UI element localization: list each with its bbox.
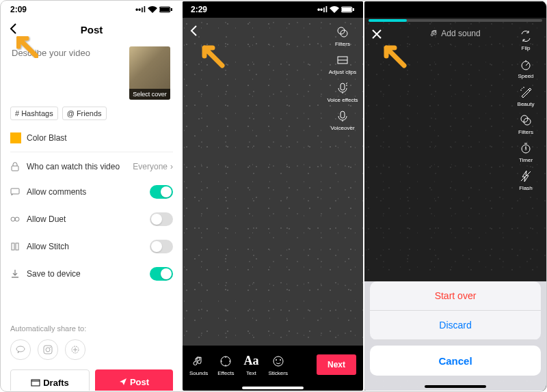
voiceover-tool[interactable]: Voiceover [326,109,359,131]
svg-point-12 [50,347,51,348]
share-more-icon[interactable] [65,339,85,360]
filters-icon [335,25,350,40]
right-tools: Filters Adjust clips Voice effects Voice… [326,25,359,131]
save-row: Save to device [2,260,181,288]
comments-row: Allow comments [2,178,181,206]
drafts-button[interactable]: Drafts [10,369,90,391]
cover-thumbnail[interactable]: Select cover [129,46,170,100]
next-button[interactable]: Next [317,354,356,375]
button-row: Drafts Post [2,363,181,391]
back-button[interactable] [189,25,198,40]
voice-effects-tool[interactable]: Voice effects [326,81,359,103]
share-row [2,337,181,363]
back-button[interactable] [9,23,17,38]
svg-rect-8 [16,243,18,250]
stitch-row: Allow Stitch [2,233,181,260]
hashtags-chip[interactable]: # Hashtags [10,107,58,120]
svg-text:3: 3 [525,147,527,151]
svg-point-5 [11,217,15,221]
effect-row[interactable]: Color Blast [2,127,181,149]
description-area: Select cover [2,41,181,105]
divider [10,152,173,152]
sounds-tool[interactable]: Sounds [189,354,208,376]
post-button[interactable]: Post [95,369,173,391]
stitch-icon [10,242,20,251]
save-label: Save to device [27,269,81,279]
header: Post [2,18,181,41]
sounds-icon [191,354,206,369]
speed-tool[interactable]: Speed [509,57,542,79]
voiceover-icon [335,109,350,124]
svg-point-25 [276,359,277,361]
progress-fill [369,19,407,22]
privacy-label: Who can watch this video [27,162,120,171]
cancel-button[interactable]: Cancel [370,346,541,376]
svg-point-29 [524,118,531,125]
stitch-toggle[interactable] [150,240,173,253]
status-bar: 2:29 ••ıl [183,1,363,18]
close-button[interactable] [371,29,382,43]
privacy-value: Everyone› [133,162,173,171]
svg-point-28 [521,115,528,122]
svg-point-24 [274,356,283,366]
svg-rect-4 [11,188,19,194]
duet-label: Allow Duet [27,214,66,224]
download-icon [10,269,20,279]
start-over-button[interactable]: Start over [370,281,541,311]
effect-icon [10,132,21,143]
effect-label: Color Blast [27,133,67,143]
effects-icon [218,354,233,369]
describe-input[interactable] [10,46,129,97]
page-title: Post [81,24,103,36]
stickers-tool[interactable]: Stickers [268,354,287,376]
comments-label: Allow comments [27,187,86,197]
friends-chip[interactable]: @ Friends [62,107,107,120]
edit-screen: 2:29 ••ıl Filters Adjust clips Voice eff… [183,1,363,391]
select-cover-label: Select cover [129,89,170,100]
svg-point-9 [16,346,25,352]
timer-tool[interactable]: 3Timer [509,141,542,163]
stickers-icon [271,354,286,369]
duet-row: Allow Duet [2,206,181,233]
beauty-tool[interactable]: Beauty [509,85,542,107]
svg-rect-14 [31,380,40,386]
filters-tool[interactable]: Filters [326,25,359,47]
filters-icon [518,113,533,128]
svg-rect-16 [342,8,351,12]
share-message-icon[interactable] [10,339,31,360]
svg-point-19 [341,30,347,37]
svg-point-18 [338,27,345,34]
duet-icon [10,214,20,224]
effects-tool[interactable]: Effects [217,354,234,376]
text-tool[interactable]: AaText [243,354,258,376]
share-instagram-icon[interactable] [38,339,58,360]
text-icon: Aa [243,354,258,369]
svg-rect-3 [12,166,18,171]
flash-tool[interactable]: Flash [509,169,542,191]
svg-rect-7 [12,243,14,250]
stitch-label: Allow Stitch [27,242,69,251]
flash-icon [518,169,533,184]
filters-tool[interactable]: Filters [509,113,542,135]
flip-icon [518,29,533,44]
svg-rect-17 [353,8,354,11]
speed-icon [518,57,533,72]
voice-effects-icon [335,81,350,96]
status-icons: ••ıl [135,5,173,14]
privacy-row[interactable]: Who can watch this video Everyone› [2,155,181,178]
comments-toggle[interactable] [150,185,173,199]
status-time: 2:09 [10,5,27,14]
duet-toggle[interactable] [150,212,173,226]
flip-tool[interactable]: Flip [509,29,542,51]
discard-button[interactable]: Discard [370,311,541,340]
svg-point-11 [46,348,50,352]
adjust-clips-tool[interactable]: Adjust clips [326,53,359,75]
home-indicator [242,387,304,389]
record-screen: .. Add sound Flip Speed Beauty Filters 3… [364,1,546,391]
svg-rect-21 [341,83,345,90]
progress-bar [369,19,542,22]
add-sound-button[interactable]: Add sound [430,29,480,38]
save-toggle[interactable] [150,267,173,281]
right-tools: Flip Speed Beauty Filters 3Timer Flash [509,29,542,191]
beauty-icon [518,85,533,100]
